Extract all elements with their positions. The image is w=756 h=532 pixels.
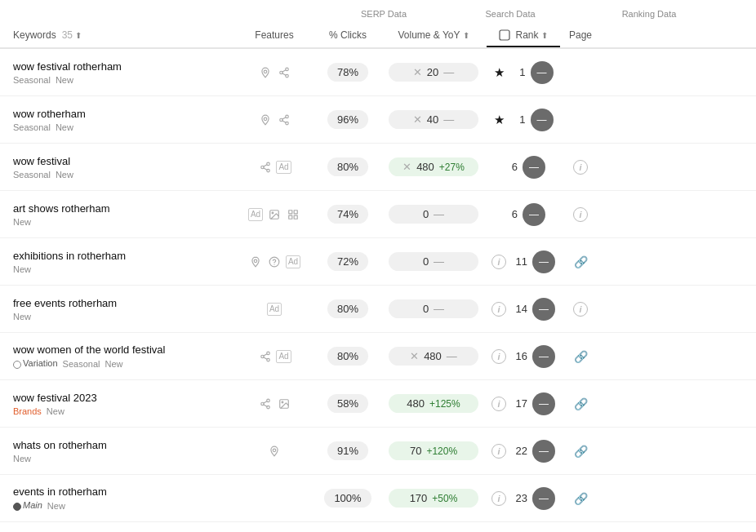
rank-cell: ★ 1: [487, 61, 560, 84]
tag-new: New: [56, 75, 73, 85]
ranking-group-label: Ranking Data: [571, 9, 727, 19]
volume-sort-icon[interactable]: ⬆: [463, 31, 469, 40]
info-icon: i: [573, 207, 588, 222]
table-row: free events rotherham New Ad 80% 0 — i 1…: [0, 286, 756, 333]
page-cell: 🔗: [560, 255, 601, 268]
svg-line-31: [264, 353, 267, 355]
rank-header[interactable]: Rank ⬆: [487, 29, 560, 47]
rank-cell: i 23: [487, 487, 560, 510]
table-row: wow festival 2023 BrandsNew 58% 480 +125…: [0, 380, 756, 428]
clicks-cell: 80%: [315, 299, 380, 318]
svg-rect-23: [294, 215, 297, 219]
clicks-cell: 74%: [315, 205, 380, 224]
rank-number: 1: [509, 66, 526, 78]
tag-seasonal: Seasonal: [63, 359, 100, 369]
features-header: Features: [233, 29, 315, 41]
tag-new: New: [13, 264, 31, 274]
page-cell: 🔗: [560, 492, 601, 505]
calendar-icon: ✕: [402, 161, 411, 173]
info-icon: i: [491, 302, 506, 317]
rank-button[interactable]: [532, 487, 555, 510]
volume-number: 70: [410, 445, 421, 457]
keywords-sort-icon[interactable]: ⬆: [75, 31, 82, 40]
keyword-cell: wow festival 2023 BrandsNew: [13, 392, 233, 416]
rank-button[interactable]: [523, 203, 545, 226]
rank-cell: i 17: [487, 392, 560, 415]
keyword-name: wow festival: [13, 155, 233, 167]
volume-number: 20: [427, 66, 438, 78]
keyword-table: SERP Data Search Data Ranking Data Keywo…: [0, 0, 756, 522]
svg-point-19: [272, 212, 273, 214]
table-row: art shows rotherham New Ad 74% 0 — 6 i: [0, 191, 756, 238]
table-row: exhibitions in rotherham New Ad 72% 0 — …: [0, 238, 756, 286]
volume-cell: 0 —: [380, 252, 487, 271]
svg-point-38: [282, 401, 283, 403]
features-cell: [233, 65, 315, 80]
location-icon: [258, 113, 273, 127]
rank-button[interactable]: [531, 61, 554, 84]
tag-new: New: [47, 406, 64, 416]
volume-number: 480: [416, 161, 434, 173]
clicks-badge: 100%: [324, 489, 371, 508]
volume-header[interactable]: Volume & YoY ⬆: [380, 29, 487, 41]
rank-button[interactable]: [523, 156, 545, 179]
location-icon: [258, 65, 273, 80]
rank-button[interactable]: [532, 298, 555, 321]
page-cell: 🔗: [560, 445, 601, 458]
clicks-badge: 80%: [327, 157, 368, 176]
rank-number: 22: [511, 445, 527, 457]
rank-cell: i 22: [487, 440, 560, 463]
vol-dash: —: [434, 208, 444, 220]
keywords-header[interactable]: Keywords 35 ⬆: [13, 29, 233, 41]
rank-cell: 6: [487, 203, 560, 226]
clicks-badge: 91%: [327, 441, 368, 460]
tag-seasonal: Seasonal: [13, 170, 51, 180]
volume-badge: 0 —: [389, 252, 478, 271]
info-icon: i: [491, 349, 506, 364]
clicks-header: % Clicks: [315, 29, 380, 41]
keyword-tags: New: [13, 217, 233, 227]
rank-button[interactable]: [532, 345, 555, 368]
info-icon: i: [491, 397, 506, 411]
link-icon: 🔗: [574, 397, 588, 410]
tag-brands: Brands: [13, 406, 42, 416]
rank-number: 6: [501, 208, 518, 220]
rank-number: 11: [511, 255, 527, 268]
svg-line-12: [282, 117, 286, 118]
rank-button[interactable]: [531, 109, 554, 131]
svg-line-5: [282, 73, 286, 74]
info-icon: i: [491, 255, 506, 269]
clicks-cell: 96%: [315, 110, 380, 129]
volume-cell: 480 +125%: [380, 394, 487, 413]
share-icon: [277, 113, 291, 127]
clicks-cell: 78%: [315, 63, 380, 82]
keyword-name: free events rotherham: [13, 297, 233, 309]
keyword-tags: MainNew: [13, 500, 233, 510]
calendar-icon: ✕: [413, 113, 422, 126]
rank-sort-icon[interactable]: ⬆: [541, 31, 548, 40]
share-icon: [258, 349, 273, 364]
rank-number: 1: [509, 113, 526, 126]
location-icon: [267, 444, 282, 459]
svg-line-35: [264, 404, 267, 406]
rank-button[interactable]: [532, 392, 555, 415]
ad-icon: Ad: [267, 302, 282, 317]
tag-new: New: [13, 312, 31, 321]
volume-number: 40: [427, 113, 438, 126]
rank-button[interactable]: [532, 440, 555, 463]
column-group-labels: SERP Data Search Data Ranking Data: [0, 0, 756, 23]
keyword-name: events in rotherham: [13, 485, 233, 498]
yoy-value: +125%: [429, 398, 460, 410]
volume-cell: ✕ 480 —: [380, 347, 487, 366]
vol-dash: —: [434, 303, 444, 315]
rank-button[interactable]: [532, 250, 555, 273]
star-icon: ★: [494, 113, 505, 127]
page-cell: i: [560, 160, 601, 175]
rank-cell: ★ 1: [487, 109, 560, 131]
svg-line-11: [282, 120, 286, 122]
link-icon: 🔗: [574, 255, 588, 268]
table-row: events in rotherham MainNew 100% 170 +50…: [0, 475, 756, 522]
tag-variation: Variation: [13, 358, 58, 368]
vol-dash: —: [434, 255, 444, 268]
volume-cell: 170 +50%: [380, 489, 487, 508]
